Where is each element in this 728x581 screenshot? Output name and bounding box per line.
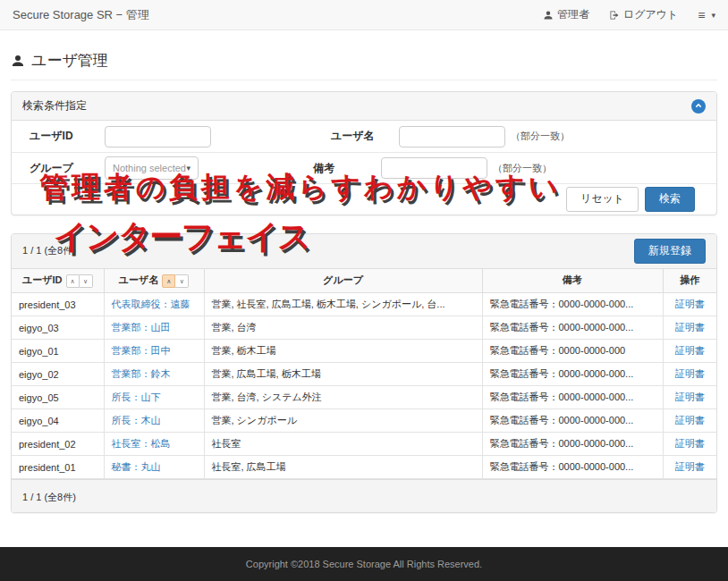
user-id-cell: eigyo_03 (12, 316, 104, 340)
group-cell: 営業, 栃木工場 (204, 340, 482, 363)
user-name-label: ユーザ名 (331, 129, 399, 144)
user-name-link[interactable]: 営業部：山田 (104, 316, 204, 340)
caret-down-icon: ▾ (186, 164, 190, 173)
certificate-cell: 証明書 (663, 456, 716, 479)
search-button[interactable]: 検索 (645, 187, 695, 212)
search-panel: 検索条件指定 ユーザID ユーザ名 （部分一致） グループ Nothing se… (11, 91, 717, 215)
certificate-link[interactable]: 証明書 (675, 415, 705, 425)
user-id-cell: eigyo_01 (12, 340, 104, 363)
page-title: ユーザ管理 (31, 50, 108, 71)
table-row: president_02社長室：松島社長室緊急電話番号：0000-0000-00… (12, 433, 716, 456)
user-name-link[interactable]: 所長：木山 (104, 409, 204, 433)
user-id-cell: president_03 (12, 293, 104, 316)
group-multiselect-value: Nothing selected (113, 163, 186, 173)
user-name-link[interactable]: 所長：山下 (104, 386, 204, 409)
brand[interactable]: Secure Storage SR − 管理 (13, 7, 149, 23)
certificate-link[interactable]: 証明書 (675, 322, 705, 333)
table-header-row: ユーザID∧∨ ユーザ名∧∨ グループ 備考 操作 (12, 269, 716, 293)
user-name-link[interactable]: 秘書：丸山 (104, 456, 204, 479)
note-cell: 緊急電話番号：0000-0000-000... (482, 433, 663, 456)
partial-match-note: （部分一致） (511, 130, 570, 143)
logout-label: ログアウト (623, 7, 678, 22)
certificate-link[interactable]: 証明書 (675, 438, 705, 449)
user-name-input[interactable] (399, 126, 505, 147)
note-cell: 緊急電話番号：0000-0000-000... (482, 293, 663, 316)
user-id-cell: eigyo_02 (12, 363, 104, 386)
nav-admin-label: 管理者 (557, 7, 589, 22)
column-header-group: グループ (204, 269, 482, 293)
table-row: eigyo_02営業部：鈴木営業, 広島工場, 栃木工場緊急電話番号：0000-… (12, 363, 716, 386)
user-table-panel: 1 / 1 (全8件) 新規登録 ユーザID∧∨ ユーザ名∧∨ グループ 備考 … (11, 233, 717, 513)
column-header-note: 備考 (482, 269, 663, 293)
table-row: eigyo_04所長：木山営業, シンガポール緊急電話番号：0000-0000-… (12, 409, 716, 433)
column-header-user-id: ユーザID∧∨ (12, 269, 104, 293)
group-cell: 営業, シンガポール (204, 409, 482, 433)
note-input[interactable] (381, 157, 487, 179)
hamburger-icon: ≡ (698, 8, 706, 22)
certificate-link[interactable]: 証明書 (675, 299, 705, 309)
user-id-cell: president_02 (12, 433, 104, 456)
user-icon (11, 54, 25, 68)
group-cell: 営業, 台湾, システム外注 (204, 386, 482, 409)
sort-desc-button[interactable]: ∨ (175, 274, 189, 288)
page-footer: Copyright ©2018 Secure Storage All Right… (0, 547, 728, 581)
group-cell: 社長室 (204, 433, 482, 456)
table-row: eigyo_01営業部：田中営業, 栃木工場緊急電話番号：0000-0000-0… (12, 340, 716, 363)
note-cell: 緊急電話番号：0000-0000-000... (482, 456, 663, 479)
nav-admin-user[interactable]: 管理者 (543, 7, 589, 22)
collapse-panel-button[interactable] (691, 99, 706, 114)
new-registration-button[interactable]: 新規登録 (634, 239, 706, 264)
table-bottombar: 1 / 1 (全8件) (12, 479, 716, 512)
certificate-link[interactable]: 証明書 (675, 368, 705, 379)
menu-button[interactable]: ≡ ▾ (698, 8, 715, 22)
note-cell: 緊急電話番号：0000-0000-000... (482, 386, 663, 409)
group-cell: 社長室, 広島工場 (204, 456, 482, 479)
certificate-link[interactable]: 証明書 (675, 392, 705, 402)
group-cell: 営業, 台湾 (204, 316, 482, 340)
table-row: eigyo_05所長：山下営業, 台湾, システム外注緊急電話番号：0000-0… (12, 386, 716, 409)
pagination-info-bottom: 1 / 1 (全8件) (22, 492, 76, 502)
note-cell: 緊急電話番号：0000-0000-000... (482, 316, 663, 340)
page-header: ユーザ管理 (11, 50, 717, 80)
user-name-link[interactable]: 営業部：鈴木 (104, 363, 204, 386)
table-row: president_03代表取締役：遠藤営業, 社長室, 広島工場, 栃木工場,… (12, 293, 716, 316)
logout-button[interactable]: ログアウト (609, 7, 678, 22)
certificate-cell: 証明書 (663, 293, 716, 316)
column-header-action: 操作 (663, 269, 716, 293)
table-topbar: 1 / 1 (全8件) 新規登録 (12, 234, 716, 269)
certificate-cell: 証明書 (663, 409, 716, 433)
user-id-input[interactable] (105, 126, 211, 147)
user-table: ユーザID∧∨ ユーザ名∧∨ グループ 備考 操作 president_03代表… (12, 269, 716, 480)
sort-asc-button[interactable]: ∧ (66, 274, 80, 288)
certificate-link[interactable]: 証明書 (675, 345, 705, 356)
note-cell: 緊急電話番号：0000-0000-000... (482, 363, 663, 386)
group-cell: 営業, 社長室, 広島工場, 栃木工場, シンガポール, 台... (204, 293, 482, 316)
search-buttons-row: リセット 検索 (12, 183, 716, 215)
certificate-link[interactable]: 証明書 (675, 461, 705, 472)
user-id-label: ユーザID (30, 129, 105, 144)
column-header-user-name: ユーザ名∧∨ (104, 269, 204, 293)
certificate-cell: 証明書 (663, 386, 716, 409)
search-panel-title: 検索条件指定 (22, 98, 87, 114)
search-row-1: ユーザID ユーザ名 （部分一致） (12, 121, 716, 152)
group-multiselect[interactable]: Nothing selected ▾ (105, 156, 199, 180)
group-cell: 営業, 広島工場, 栃木工場 (204, 363, 482, 386)
user-icon (543, 10, 554, 21)
group-label: グループ (30, 161, 105, 176)
certificate-cell: 証明書 (663, 316, 716, 340)
user-id-cell: president_01 (12, 456, 104, 479)
sort-desc-button[interactable]: ∨ (80, 274, 93, 288)
user-name-link[interactable]: 営業部：田中 (104, 340, 204, 363)
logout-icon (609, 10, 620, 21)
user-id-cell: eigyo_04 (12, 409, 104, 433)
user-id-cell: eigyo_05 (12, 386, 104, 409)
sort-asc-button-active[interactable]: ∧ (162, 274, 175, 288)
search-row-2: グループ Nothing selected ▾ 備考 （部分一致） (12, 152, 716, 183)
user-name-link[interactable]: 社長室：松島 (104, 433, 204, 456)
top-navbar: Secure Storage SR − 管理 管理者 ログアウト ≡ ▾ (0, 0, 728, 30)
reset-button[interactable]: リセット (566, 187, 639, 212)
user-name-link[interactable]: 代表取締役：遠藤 (104, 293, 204, 316)
copyright-text: Copyright ©2018 Secure Storage All Right… (246, 559, 482, 569)
chevron-up-icon (694, 100, 703, 113)
table-row: president_01秘書：丸山社長室, 広島工場緊急電話番号：0000-00… (12, 456, 716, 479)
